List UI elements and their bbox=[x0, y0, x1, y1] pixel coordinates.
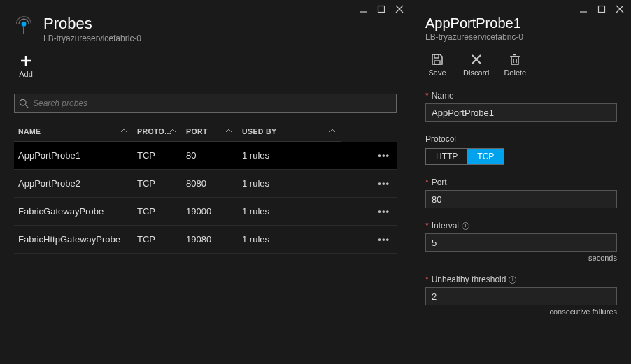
svg-rect-11 bbox=[599, 6, 605, 13]
add-label: Add bbox=[19, 70, 33, 78]
field-threshold: * Unhealthy threshold i consecutive fail… bbox=[425, 275, 617, 316]
search-input-wrapper[interactable] bbox=[14, 94, 397, 113]
cell-port: 80 bbox=[182, 142, 238, 170]
right-titlebar bbox=[411, 0, 631, 15]
info-icon[interactable]: i bbox=[509, 276, 516, 284]
cell-protocol: TCP bbox=[133, 198, 182, 226]
add-button[interactable]: Add bbox=[14, 54, 38, 78]
table-row[interactable]: AppPortProbe1TCP801 rules••• bbox=[14, 142, 397, 170]
threshold-label: Unhealthy threshold bbox=[432, 275, 506, 284]
restore-icon[interactable] bbox=[374, 3, 388, 15]
restore-icon[interactable] bbox=[595, 3, 609, 15]
cell-name: AppPortProbe1 bbox=[14, 142, 133, 170]
table-row[interactable]: FabricHttpGatewayProbeTCP190801 rules••• bbox=[14, 226, 397, 254]
cell-usedby: 1 rules bbox=[238, 170, 341, 198]
discard-icon bbox=[470, 53, 483, 66]
more-icon[interactable]: ••• bbox=[378, 234, 390, 245]
cell-protocol: TCP bbox=[133, 142, 182, 170]
sort-icon bbox=[120, 127, 127, 136]
left-header: Probes LB-tryazureservicefabric-0 bbox=[0, 15, 411, 48]
sort-icon bbox=[169, 127, 176, 136]
cell-protocol: TCP bbox=[133, 170, 182, 198]
left-titlebar bbox=[0, 0, 411, 15]
threshold-input[interactable] bbox=[425, 287, 617, 305]
save-icon bbox=[431, 53, 444, 66]
page-title: Probes bbox=[43, 15, 141, 32]
protocol-option-tcp[interactable]: TCP bbox=[467, 149, 504, 164]
more-icon[interactable]: ••• bbox=[378, 150, 390, 161]
detail-subtitle: LB-tryazureservicefabric-0 bbox=[425, 32, 523, 42]
right-header: AppPortProbe1 LB-tryazureservicefabric-0 bbox=[411, 15, 631, 46]
search-icon bbox=[19, 99, 29, 108]
field-port: * Port bbox=[425, 177, 617, 208]
row-actions[interactable]: ••• bbox=[341, 142, 397, 170]
page-subtitle: LB-tryazureservicefabric-0 bbox=[43, 34, 141, 43]
svg-line-9 bbox=[25, 105, 28, 108]
protocol-option-http[interactable]: HTTP bbox=[426, 149, 467, 164]
close-icon[interactable] bbox=[392, 3, 406, 15]
sort-icon bbox=[225, 127, 232, 136]
search-input[interactable] bbox=[33, 99, 396, 108]
cell-port: 19000 bbox=[182, 198, 238, 226]
detail-title: AppPortProbe1 bbox=[425, 15, 523, 31]
close-icon[interactable] bbox=[613, 3, 627, 15]
interval-helper: seconds bbox=[425, 254, 617, 262]
cell-usedby: 1 rules bbox=[238, 198, 341, 226]
save-label: Save bbox=[428, 68, 446, 77]
more-icon[interactable]: ••• bbox=[378, 206, 390, 217]
port-input[interactable] bbox=[425, 190, 617, 208]
minimize-icon[interactable] bbox=[356, 3, 370, 15]
probes-list-panel: Probes LB-tryazureservicefabric-0 Add NA… bbox=[0, 0, 411, 364]
minimize-icon[interactable] bbox=[576, 3, 590, 15]
field-protocol: Protocol HTTP TCP bbox=[425, 134, 617, 165]
svg-point-4 bbox=[22, 22, 27, 27]
probes-icon bbox=[14, 15, 34, 35]
port-label: Port bbox=[432, 177, 447, 187]
name-label: Name bbox=[432, 91, 454, 101]
delete-icon bbox=[509, 53, 521, 66]
cell-protocol: TCP bbox=[133, 226, 182, 254]
probes-table: NAME PROTO... PORT USED BY AppPortProbe1… bbox=[14, 122, 397, 254]
col-port[interactable]: PORT bbox=[182, 122, 238, 142]
discard-label: Discard bbox=[463, 68, 489, 77]
interval-input[interactable] bbox=[425, 233, 617, 252]
col-name[interactable]: NAME bbox=[14, 122, 133, 142]
info-icon[interactable]: i bbox=[462, 222, 469, 230]
protocol-label: Protocol bbox=[425, 134, 456, 144]
field-interval: * Interval i seconds bbox=[425, 221, 617, 262]
col-usedby[interactable]: USED BY bbox=[238, 122, 341, 142]
discard-button[interactable]: Discard bbox=[463, 53, 489, 77]
left-toolbar: Add bbox=[0, 48, 411, 88]
cell-usedby: 1 rules bbox=[238, 226, 341, 254]
interval-label: Interval bbox=[432, 221, 459, 231]
sort-icon bbox=[329, 127, 336, 136]
delete-button[interactable]: Delete bbox=[503, 53, 527, 77]
col-protocol[interactable]: PROTO... bbox=[133, 122, 182, 142]
delete-label: Delete bbox=[504, 68, 526, 77]
cell-usedby: 1 rules bbox=[238, 142, 341, 170]
row-actions[interactable]: ••• bbox=[341, 198, 397, 226]
table-row[interactable]: AppPortProbe2TCP80801 rules••• bbox=[14, 170, 397, 198]
protocol-toggle[interactable]: HTTP TCP bbox=[425, 148, 504, 165]
save-button[interactable]: Save bbox=[425, 53, 449, 77]
table-row[interactable]: FabricGatewayProbeTCP190001 rules••• bbox=[14, 198, 397, 226]
cell-port: 19080 bbox=[182, 226, 238, 254]
field-name: * Name bbox=[425, 91, 617, 122]
svg-point-8 bbox=[20, 100, 26, 106]
threshold-helper: consecutive failures bbox=[425, 307, 617, 316]
svg-rect-18 bbox=[511, 57, 518, 64]
name-input[interactable] bbox=[425, 103, 617, 122]
cell-name: FabricGatewayProbe bbox=[14, 198, 133, 226]
svg-rect-1 bbox=[378, 6, 385, 13]
cell-name: FabricHttpGatewayProbe bbox=[14, 226, 133, 254]
cell-name: AppPortProbe2 bbox=[14, 170, 133, 198]
cell-port: 8080 bbox=[182, 170, 238, 198]
row-actions[interactable]: ••• bbox=[341, 170, 397, 198]
right-toolbar: Save Discard Delete bbox=[411, 46, 631, 87]
row-actions[interactable]: ••• bbox=[341, 226, 397, 254]
probe-detail-panel: AppPortProbe1 LB-tryazureservicefabric-0… bbox=[411, 0, 631, 364]
more-icon[interactable]: ••• bbox=[378, 178, 390, 189]
